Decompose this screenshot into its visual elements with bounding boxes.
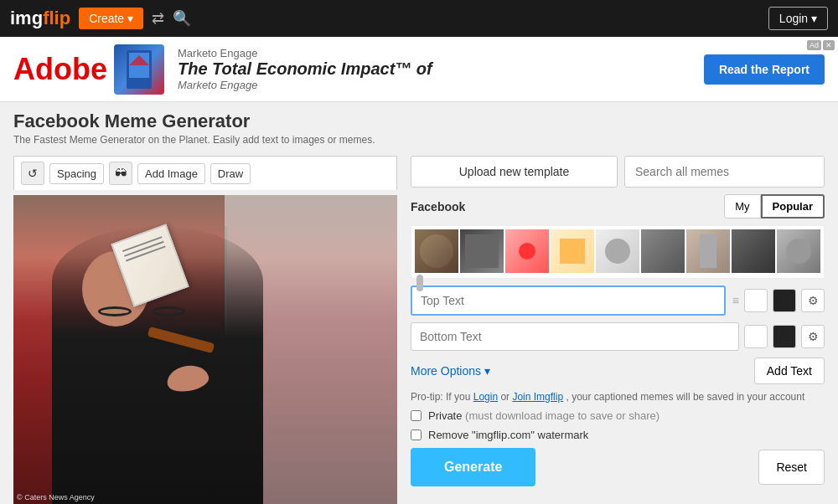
sunglasses-icon: 🕶 (115, 167, 127, 180)
ad-badge: Ad (807, 40, 821, 50)
private-checkbox[interactable] (411, 410, 422, 421)
logo-flip: flip (43, 8, 70, 28)
logo[interactable]: imgflip (10, 8, 70, 29)
login-link[interactable]: Login (473, 391, 498, 403)
protip-before: Pro-tip: If you (411, 391, 473, 403)
create-label: Create (89, 12, 124, 25)
protip-after: , your captioned memes will be saved in … (566, 391, 804, 403)
ad-book-image (114, 44, 164, 95)
create-chevron-icon: ▾ (127, 12, 133, 25)
reset-button[interactable]: Reset (758, 450, 825, 485)
thumbnail-7[interactable] (686, 229, 730, 273)
drag-handle-top[interactable]: ≡ (732, 294, 739, 307)
more-options-button[interactable]: More Options ▾ (411, 364, 490, 378)
watermark-checkbox-row: Remove "imgflip.com" watermark (411, 429, 825, 441)
top-text-settings[interactable]: ⚙ (801, 289, 825, 312)
bottom-text-settings[interactable]: ⚙ (801, 325, 825, 348)
top-text-input[interactable] (411, 285, 726, 316)
add-image-button[interactable]: Add Image (137, 163, 205, 184)
photo-caption: © Caters News Agency (17, 493, 95, 501)
toolbar: ↺ Spacing 🕶 Add Image Draw (13, 156, 397, 190)
bottom-text-color-white[interactable] (744, 325, 768, 348)
navbar-left: imgflip Create ▾ ⇄ 🔍 (10, 8, 191, 29)
create-button[interactable]: Create ▾ (79, 8, 143, 29)
private-label-text: Private (428, 409, 462, 422)
ad-text: Marketo Engage The Total Economic Impact… (178, 47, 691, 91)
ad-headline: The Total Economic Impact™ of (178, 59, 691, 79)
watermark-label-text: Remove "imgflip.com" watermark (428, 429, 588, 441)
ad-close-area: Ad ✕ (807, 40, 835, 50)
bottom-buttons: Generate Reset (411, 448, 825, 486)
bottom-text-color-black[interactable] (773, 325, 796, 348)
thumbnail-1[interactable] (415, 229, 458, 273)
options-row: More Options ▾ Add Text (411, 357, 825, 384)
thumbnail-8[interactable] (732, 229, 775, 273)
watermark-checkbox[interactable] (411, 429, 422, 440)
ad-brand: Marketo Engage (178, 47, 691, 59)
facebook-label: Facebook (411, 200, 465, 213)
meme-image: © Caters News Agency (13, 195, 397, 504)
spacing-button[interactable]: Spacing (49, 163, 104, 184)
top-text-row: ≡ ⚙ (411, 285, 825, 316)
login-chevron-icon: ▾ (811, 12, 817, 25)
upload-template-button[interactable]: Upload new template (411, 156, 618, 188)
thumbnail-9[interactable] (777, 229, 820, 273)
more-options-label: More Options (411, 364, 481, 378)
right-panel: Upload new template Facebook My Popular (411, 156, 825, 504)
draw-button[interactable]: Draw (210, 163, 251, 184)
thumbnail-5[interactable] (596, 229, 639, 273)
search-icon[interactable]: 🔍 (173, 9, 191, 28)
thumbnail-4[interactable] (551, 229, 594, 273)
thumbnail-6[interactable] (641, 229, 685, 273)
generate-button[interactable]: Generate (411, 448, 535, 486)
private-sub-text: (must download image to save or share) (465, 409, 660, 422)
watermark-label[interactable]: Remove "imgflip.com" watermark (428, 429, 588, 441)
read-report-button[interactable]: Read the Report (704, 54, 825, 85)
ad-left: Adobe (13, 44, 164, 95)
protip: Pro-tip: If you Login or Join Imgflip , … (411, 391, 825, 403)
ad-banner: Ad ✕ Adobe Marketo Engage The Total Econ… (0, 37, 838, 102)
more-options-chevron-icon: ▾ (484, 364, 490, 378)
sunglasses-icon-btn[interactable]: 🕶 (109, 162, 132, 185)
template-thumbnails (411, 225, 825, 279)
refresh-icon: ↺ (28, 167, 38, 180)
page-title-area: Facebook Meme Generator The Fastest Meme… (0, 102, 838, 149)
ad-headline2: Marketo Engage (178, 79, 691, 91)
left-panel: ↺ Spacing 🕶 Add Image Draw (13, 156, 397, 504)
join-link[interactable]: Join Imgflip (512, 391, 563, 403)
refresh-icon-btn[interactable]: ↺ (21, 162, 44, 185)
add-text-button[interactable]: Add Text (754, 357, 825, 384)
thumbnail-2[interactable] (460, 229, 504, 273)
top-text-color-black[interactable] (773, 289, 796, 312)
tab-popular[interactable]: Popular (761, 194, 825, 219)
bottom-text-input[interactable] (411, 322, 739, 351)
top-text-color-white[interactable] (744, 289, 768, 312)
main-content: ↺ Spacing 🕶 Add Image Draw (0, 149, 838, 504)
facebook-header: Facebook My Popular (411, 194, 825, 219)
page-title: Facebook Meme Generator (13, 111, 825, 132)
page-subtitle: The Fastest Meme Generator on the Planet… (13, 134, 825, 146)
ad-close-button[interactable]: ✕ (823, 40, 835, 50)
tab-group: My Popular (724, 194, 825, 219)
private-label[interactable]: Private (must download image to save or … (428, 409, 660, 422)
search-memes-input[interactable] (624, 156, 825, 188)
tab-my[interactable]: My (724, 194, 760, 219)
bottom-text-row: ⚙ (411, 322, 825, 351)
adobe-logo: Adobe (13, 52, 107, 87)
login-label: Login (779, 12, 808, 25)
thumbnail-3[interactable] (505, 229, 549, 273)
navbar: imgflip Create ▾ ⇄ 🔍 Login ▾ (0, 0, 838, 37)
right-top-row: Upload new template (411, 156, 825, 188)
private-checkbox-row: Private (must download image to save or … (411, 409, 825, 422)
shuffle-icon[interactable]: ⇄ (152, 9, 164, 28)
protip-middle: or (500, 391, 512, 403)
login-button[interactable]: Login ▾ (768, 7, 828, 30)
